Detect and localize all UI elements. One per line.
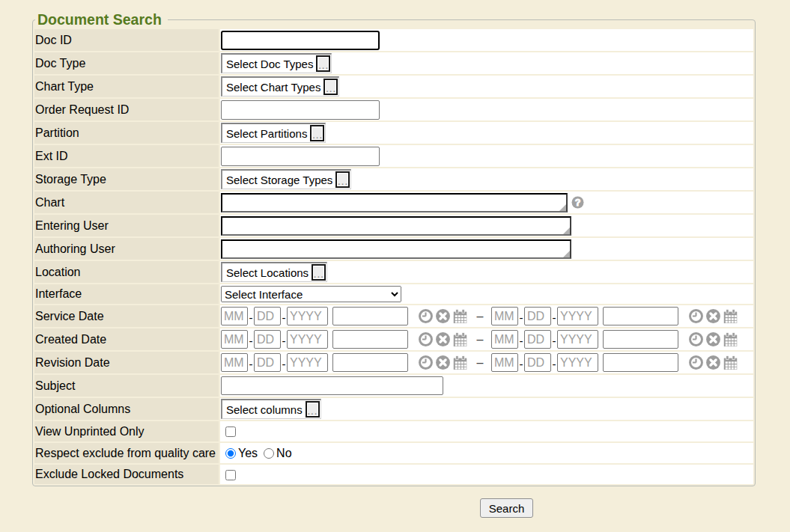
svg-text:?: ? (575, 198, 581, 208)
